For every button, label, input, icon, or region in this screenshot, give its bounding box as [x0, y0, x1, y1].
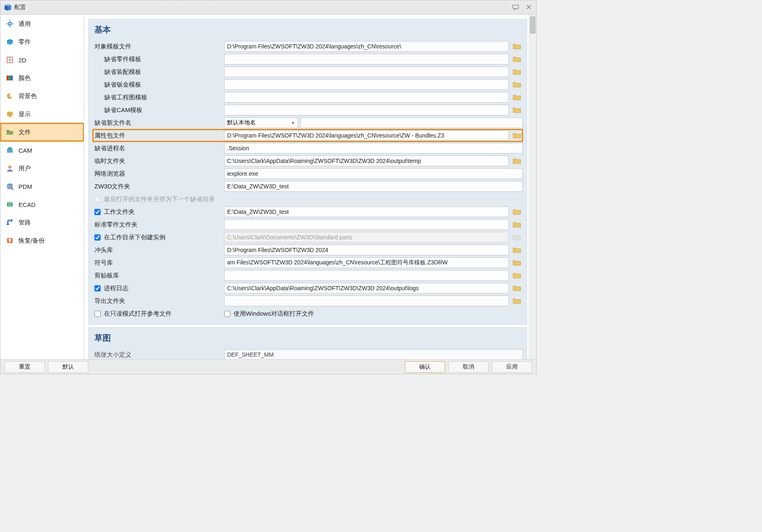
input-default-part-template[interactable]	[224, 54, 509, 64]
label-web-browser: 网络浏览器	[93, 170, 224, 178]
sidebar-item-label: 2D	[18, 57, 26, 64]
label-punch-library: 冲头库	[93, 246, 224, 254]
sidebar-item-bgcolor[interactable]: 背景色	[0, 87, 84, 105]
browse-default-part-template[interactable]	[511, 54, 523, 64]
browse-std-parts-folder[interactable]	[511, 219, 523, 230]
close-icon[interactable]	[525, 3, 533, 11]
input-std-parts-folder[interactable]	[224, 219, 509, 230]
browse-symbol-library[interactable]	[511, 257, 523, 268]
sidebar-item-cam[interactable]: CAM	[0, 141, 84, 159]
title-bar: 配置	[0, 0, 536, 15]
sidebar-item-label: 显示	[18, 110, 31, 118]
check-last-folder-as-default[interactable]: 最后打开的文件夹另存为下一个缺省目录	[93, 195, 224, 203]
input-process-log[interactable]	[224, 283, 509, 294]
default-button[interactable]: 默认	[48, 361, 88, 373]
svg-point-13	[8, 95, 9, 96]
check-create-in-working-dir[interactable]: 在工作目录下创建实例	[93, 234, 224, 241]
svg-point-18	[8, 165, 11, 169]
cancel-button[interactable]: 取消	[448, 361, 489, 373]
input-default-assembly-template[interactable]	[224, 66, 509, 77]
sidebar-item-file[interactable]: 文件	[0, 123, 84, 141]
apply-button[interactable]: 应用	[492, 361, 532, 373]
browse-temp-folder[interactable]	[511, 156, 523, 166]
backup-icon	[5, 236, 14, 245]
browse-default-cam-template[interactable]	[511, 105, 523, 115]
input-object-template[interactable]	[224, 41, 509, 52]
input-paper-size-def[interactable]	[224, 349, 523, 359]
label-export-folder: 导出文件夹	[93, 297, 224, 305]
checkbox-last-folder-as-default	[94, 196, 101, 202]
checkbox-create-in-working-dir[interactable]	[94, 234, 101, 241]
input-temp-folder[interactable]	[224, 156, 509, 166]
group-title-basic: 基本	[93, 23, 523, 40]
input-web-browser[interactable]	[224, 168, 523, 179]
input-default-cam-template[interactable]	[224, 105, 509, 115]
browse-default-drawing-template[interactable]	[511, 92, 523, 103]
sidebar-item-display[interactable]: 显示	[0, 105, 84, 123]
browse-process-log[interactable]	[511, 283, 523, 294]
sidebar-item-part[interactable]: 零件	[0, 33, 84, 51]
label-default-cam-template: 缺省CAM模板	[93, 106, 224, 114]
sidebar-item-label: 背景色	[18, 92, 37, 100]
input-symbol-library[interactable]	[224, 257, 509, 268]
browse-punch-library[interactable]	[511, 245, 523, 255]
content-scrollbar[interactable]	[529, 15, 536, 359]
sidebar-item-label: 文件	[18, 128, 31, 136]
sidebar: 通用 零件 2D 颜色 背景色 显示 文件 CAM	[0, 15, 84, 359]
pdm-icon	[5, 182, 14, 191]
input-export-folder[interactable]	[224, 296, 509, 306]
browse-attr-bundle-file[interactable]	[511, 130, 523, 141]
browse-object-template[interactable]	[511, 41, 523, 52]
check-use-windows-dialog[interactable]: 使用Windows对话框打开文件	[224, 310, 314, 318]
content-panel: 基本 对象模板文件 缺省零件模板 缺省装配模板	[84, 15, 536, 359]
label-default-drawing-template: 缺省工程图模板	[93, 94, 224, 101]
label-object-template: 对象模板文件	[93, 43, 224, 50]
input-zw3d-folder[interactable]	[224, 181, 523, 192]
sidebar-item-user[interactable]: 用户	[0, 159, 84, 177]
svg-rect-16	[7, 149, 13, 153]
browse-working-folder[interactable]	[511, 206, 523, 217]
sidebar-item-ecad[interactable]: ECAD	[0, 195, 84, 213]
input-punch-library[interactable]	[224, 245, 509, 255]
input-attr-bundle-file[interactable]	[224, 130, 509, 141]
app-icon	[4, 3, 12, 11]
sidebar-item-pdm[interactable]: PDM	[0, 177, 84, 195]
input-working-folder[interactable]	[224, 206, 509, 217]
ok-button[interactable]: 确认	[405, 361, 445, 373]
combo-default-new-filename[interactable]: 默认本地名	[224, 117, 298, 128]
gear-icon	[5, 19, 14, 28]
pipe-icon	[5, 218, 14, 227]
browse-scrap-library[interactable]	[511, 270, 523, 281]
browse-default-assembly-template[interactable]	[511, 66, 523, 77]
browse-default-sheetmetal-template[interactable]	[511, 79, 523, 90]
sidebar-item-backup[interactable]: 恢复/备份	[0, 232, 84, 250]
checkbox-open-ref-readonly[interactable]	[94, 311, 101, 317]
checkbox-use-windows-dialog[interactable]	[224, 311, 230, 317]
checkbox-working-folder[interactable]	[94, 209, 101, 215]
sidebar-item-2d[interactable]: 2D	[0, 51, 84, 69]
reset-button[interactable]: 重置	[5, 361, 45, 373]
sidebar-item-color[interactable]: 颜色	[0, 69, 84, 87]
label-default-sheetmetal-template: 缺省钣金模板	[93, 81, 224, 89]
browse-export-folder[interactable]	[511, 296, 523, 306]
label-default-new-filename: 缺省新文件名	[93, 119, 224, 127]
input-default-new-filename[interactable]	[301, 117, 523, 128]
input-default-drawing-template[interactable]	[224, 92, 509, 103]
check-working-folder[interactable]: 工作文件夹	[93, 208, 224, 216]
color-icon	[5, 73, 14, 83]
scrollbar-thumb[interactable]	[530, 16, 535, 34]
svg-rect-17	[8, 147, 11, 149]
feedback-icon[interactable]	[512, 3, 520, 11]
label-temp-folder: 临时文件夹	[93, 157, 224, 165]
sidebar-item-general[interactable]: 通用	[0, 15, 84, 33]
input-scrap-library[interactable]	[224, 270, 509, 281]
input-default-sheetmetal-template[interactable]	[224, 79, 509, 90]
checkbox-process-log[interactable]	[94, 285, 101, 291]
sidebar-item-label: 零件	[18, 38, 31, 46]
check-process-log[interactable]: 进程日志	[93, 284, 224, 292]
sidebar-item-piping[interactable]: 管路	[0, 213, 84, 232]
check-open-ref-readonly[interactable]: 在只读模式打开参考文件	[93, 310, 224, 318]
input-create-in-working-dir	[224, 232, 509, 243]
sidebar-item-label: CAM	[18, 147, 32, 154]
input-default-session-name[interactable]	[224, 143, 523, 154]
